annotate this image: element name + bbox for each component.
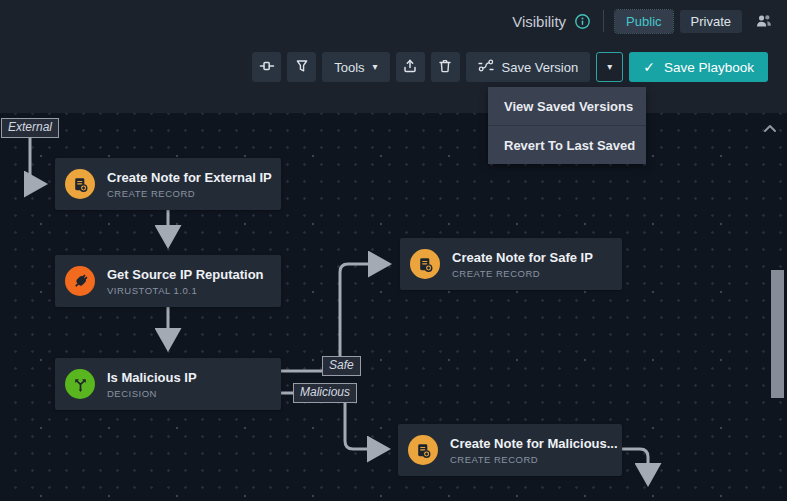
node-subtitle: CREATE RECORD [452,268,593,279]
node-text: Is Malicious IP DECISION [107,370,205,399]
export-button[interactable] [396,52,425,82]
decision-branch-icon [65,369,95,399]
note-add-icon [65,169,95,199]
save-version-dropdown-button[interactable]: ▾ [596,52,623,82]
external-input-label[interactable]: External [1,118,59,138]
app-connector-icon [65,266,95,296]
visibility-row: Visibility Public Private [512,9,774,33]
node-subtitle: VIRUSTOTAL 1.0.1 [107,285,264,296]
vertical-scrollbar-thumb[interactable] [771,270,784,398]
node-title: Create Note for External IP [107,170,272,185]
visibility-label: Visibility [512,13,566,30]
node-create-note-safe-ip[interactable]: Create Note for Safe IP CREATE RECORD [400,238,622,290]
public-button[interactable]: Public [615,10,672,33]
note-add-icon [408,435,438,465]
toolbar: Tools ▾ Save Version ▾ ✓ Save Playbook [252,52,768,82]
edge-label-malicious[interactable]: Malicious [293,383,357,403]
node-subtitle: CREATE RECORD [107,188,272,199]
upload-icon [402,58,418,77]
node-subtitle: CREATE RECORD [450,454,614,465]
save-playbook-label: Save Playbook [664,60,754,75]
save-version-label: Save Version [502,60,579,75]
private-button[interactable]: Private [680,10,742,33]
insert-point-icon [259,58,275,77]
save-playbook-button[interactable]: ✓ Save Playbook [629,52,768,82]
playbook-canvas[interactable]: External Create Note for External IP CRE… [0,113,787,501]
menu-item-revert-to-last-saved[interactable]: Revert To Last Saved [488,126,646,164]
node-title: Is Malicious IP [107,370,197,385]
playbook-editor: Visibility Public Private Tools ▾ [0,0,787,501]
node-text: Get Source IP Reputation VIRUSTOTAL 1.0.… [107,267,272,296]
node-title: Create Note for Malicious... [450,436,614,451]
save-version-menu: View Saved Versions Revert To Last Saved [488,87,646,164]
users-icon[interactable] [754,12,774,30]
node-title: Create Note for Safe IP [452,250,593,265]
node-text: Create Note for Safe IP CREATE RECORD [452,250,601,279]
filter-funnel-icon [294,58,310,77]
chevron-down-icon: ▾ [373,62,378,72]
node-subtitle: DECISION [107,388,197,399]
note-add-icon [410,249,440,279]
node-create-note-external-ip[interactable]: Create Note for External IP CREATE RECOR… [55,158,281,210]
delete-button[interactable] [431,52,460,82]
insert-point-button[interactable] [252,52,281,82]
node-text: Create Note for Malicious... CREATE RECO… [450,436,622,465]
scroll-up-icon[interactable] [763,119,777,137]
node-title: Get Source IP Reputation [107,267,264,282]
info-icon[interactable] [573,12,591,30]
tools-button[interactable]: Tools ▾ [322,52,389,82]
chevron-down-icon: ▾ [607,62,612,72]
version-flow-icon [478,58,494,76]
filter-button[interactable] [287,52,316,82]
divider [603,10,604,32]
tools-label: Tools [334,60,364,75]
node-get-source-ip-reputation[interactable]: Get Source IP Reputation VIRUSTOTAL 1.0.… [55,255,281,307]
menu-item-view-saved-versions[interactable]: View Saved Versions [488,87,646,125]
save-version-button[interactable]: Save Version [466,52,591,82]
trash-icon [437,58,453,77]
check-icon: ✓ [643,59,655,75]
edge-label-safe[interactable]: Safe [322,356,361,376]
node-text: Create Note for External IP CREATE RECOR… [107,170,280,199]
node-create-note-malicious-ip[interactable]: Create Note for Malicious... CREATE RECO… [398,424,622,476]
node-is-malicious-ip[interactable]: Is Malicious IP DECISION [55,358,281,410]
